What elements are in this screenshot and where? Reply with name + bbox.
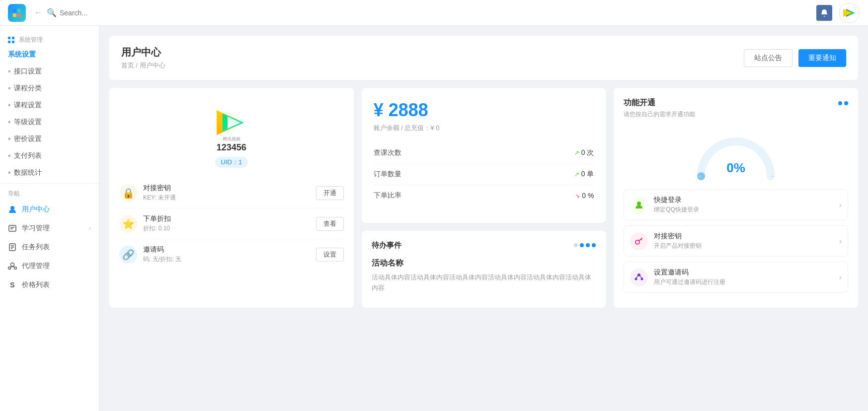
stat-row-0: 查课次数 ↗ 0 次 (374, 142, 594, 164)
sidebar-nav-price[interactable]: S 价格列表 (0, 275, 99, 294)
dot-3 (586, 243, 590, 247)
svg-point-31 (637, 274, 640, 276)
dot-1 (574, 243, 578, 247)
svg-point-19 (14, 267, 17, 270)
sidebar-system-label: 系统管理 (19, 36, 43, 44)
sidebar-nav-learning[interactable]: 学习管理 › (0, 219, 99, 238)
svg-line-30 (641, 239, 642, 240)
quick-login-info: 快捷登录 绑定QQ快捷登录 (654, 196, 833, 214)
app-logo (8, 4, 26, 22)
feature-discount: ⭐ 下单折扣 折扣: 0.10 查看 (119, 208, 344, 239)
quick-action-login[interactable]: 快捷登录 绑定QQ快捷登录 › (624, 189, 848, 220)
layout: 系统管理 系统设置 接口设置 课程分类 课程设置 等级设置 密价设置 支付列表 … (0, 26, 868, 411)
announcement-button[interactable]: 站点公告 (744, 49, 792, 67)
function-card: 功能开通 请您按自己的需求开通功能 (614, 88, 858, 308)
stat-row-1: 订单数量 ↗ 0 单 (374, 164, 594, 185)
svg-line-35 (640, 276, 641, 278)
user-uid: UID：1 (215, 157, 248, 168)
gauge-container: 0% (624, 127, 848, 181)
quick-action-api-key[interactable]: 对接密钥 开启产品对接密钥 › (624, 225, 848, 257)
dot-2 (844, 101, 848, 105)
user-name: 123456 (217, 142, 246, 153)
learning-arrow: › (89, 225, 91, 232)
topbar: ← 🔍 (0, 0, 868, 26)
svg-point-18 (8, 267, 11, 270)
sidebar-nav-task-list[interactable]: 任务列表 (0, 238, 99, 257)
api-key-button[interactable]: 开通 (316, 186, 344, 200)
search-icon: 🔍 (47, 8, 57, 17)
gauge-svg: 0% (691, 132, 781, 181)
dot-1 (838, 101, 842, 105)
breadcrumb: 首页 / 用户中心 (121, 61, 165, 70)
content-grid: 腾讯视频 123456 UID：1 🔒 对接密钥 KEY: 未开通 开通 (109, 88, 858, 308)
quick-login-icon (630, 196, 648, 214)
sidebar-item-data-stats[interactable]: 数据统计 (0, 164, 99, 181)
balance-sub: 账户余额 / 总充值：¥ 0 (374, 124, 594, 133)
svg-point-32 (635, 277, 637, 280)
user-features: 🔒 对接密钥 KEY: 未开通 开通 ⭐ 下单折扣 折扣: 0.10 (119, 178, 344, 270)
svg-text:0%: 0% (726, 160, 745, 175)
task-icon (8, 243, 17, 252)
feature-invite-code: 🔗 邀请码 码: 无/折扣: 无 设置 (119, 239, 344, 270)
api-key-icon: 🔒 (119, 184, 137, 202)
sidebar-divider (0, 183, 99, 184)
svg-rect-4 (17, 13, 21, 16)
invite-action-arrow: › (839, 273, 842, 282)
important-button[interactable]: 重要通知 (798, 49, 846, 67)
sidebar-item-course-settings[interactable]: 课程设置 (0, 97, 99, 114)
invite-action-icon (630, 269, 648, 286)
user-card: 腾讯视频 123456 UID：1 🔒 对接密钥 KEY: 未开通 开通 (109, 88, 354, 308)
sidebar-item-system-settings[interactable]: 系统设置 (0, 46, 99, 63)
invite-code-button[interactable]: 设置 (316, 248, 344, 262)
sidebar-nav-agent[interactable]: 代理管理 (0, 257, 99, 275)
sidebar: 系统管理 系统设置 接口设置 课程分类 课程设置 等级设置 密价设置 支付列表 … (0, 26, 99, 411)
svg-point-33 (641, 277, 643, 280)
notification-icon[interactable] (816, 5, 832, 21)
stat-value-0: ↗ 0 次 (574, 148, 594, 157)
sidebar-item-price-settings[interactable]: 密价设置 (0, 131, 99, 147)
api-key-action-info: 对接密钥 开启产品对接密钥 (654, 232, 833, 250)
topbar-right (816, 2, 860, 24)
sidebar-item-payment-list[interactable]: 支付列表 (0, 147, 99, 164)
svg-text:腾讯视频: 腾讯视频 (223, 137, 240, 141)
function-subtitle: 请您按自己的需求开通功能 (624, 110, 848, 119)
dot-2 (580, 243, 584, 247)
discount-icon: ⭐ (119, 215, 137, 233)
activity-name: 活动名称 (372, 258, 596, 269)
events-card: 待办事件 活动名称 活动具体内容活动具体内容活动具体内容活动具体内容活动具体内容… (362, 231, 606, 308)
stat-value-2: ↘ 0 % (575, 192, 594, 200)
stats-card: ¥ 2888 账户余额 / 总充值：¥ 0 查课次数 ↗ 0 次 订单数量 ↗ … (362, 88, 606, 223)
events-header: 待办事件 (372, 241, 596, 250)
svg-point-17 (11, 263, 14, 267)
search-input[interactable] (60, 9, 159, 17)
svg-rect-3 (13, 13, 16, 16)
user-center-icon (8, 205, 17, 214)
brand-logo (838, 2, 860, 24)
stat-row-2: 下单比率 ↘ 0 % (374, 185, 594, 206)
sidebar-item-course-category[interactable]: 课程分类 (0, 80, 99, 97)
invite-code-icon: 🔗 (119, 246, 137, 264)
agent-icon (8, 262, 17, 271)
sidebar-nav-user-center[interactable]: 用户中心 (0, 200, 99, 219)
function-dots (838, 101, 848, 105)
discount-info: 下单折扣 折扣: 0.10 (143, 214, 310, 233)
back-button[interactable]: ← (34, 7, 43, 18)
invite-code-info: 邀请码 码: 无/折扣: 无 (143, 245, 310, 264)
balance-amount: ¥ 2888 (374, 100, 594, 121)
activity-desc: 活动具体内容活动具体内容活动具体内容活动具体内容活动具体内容活动具体内容 (372, 273, 596, 293)
svg-line-34 (636, 276, 637, 278)
sidebar-item-level-settings[interactable]: 等级设置 (0, 114, 99, 131)
sidebar-item-api-settings[interactable]: 接口设置 (0, 63, 99, 80)
learning-icon (8, 224, 17, 233)
svg-point-9 (10, 206, 14, 210)
events-title: 待办事件 (372, 241, 401, 250)
stat-value-1: ↗ 0 单 (574, 170, 594, 179)
trend-down-icon-2: ↘ (575, 192, 580, 199)
function-header: 功能开通 (624, 98, 848, 108)
quick-action-invite[interactable]: 设置邀请码 用户可通过邀请码进行注册 › (624, 262, 848, 293)
svg-point-27 (637, 202, 641, 206)
discount-button[interactable]: 查看 (316, 217, 344, 231)
trend-up-icon-0: ↗ (574, 149, 579, 156)
price-icon: S (8, 280, 17, 289)
api-key-action-arrow: › (839, 237, 842, 246)
